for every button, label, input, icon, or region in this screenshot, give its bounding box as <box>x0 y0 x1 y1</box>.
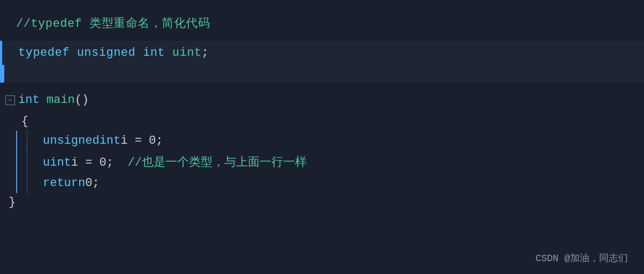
cursor-line <box>2 65 644 83</box>
body-line-2: uint i = 0; //也是一个类型，与上面一行一样 <box>0 151 644 173</box>
body1-unsigned: unsigned <box>43 134 100 147</box>
body-line-1: unsigned int i = 0; <box>0 131 644 151</box>
body1-rest: i = 0; <box>120 134 163 147</box>
typedef-alias: uint <box>172 46 202 60</box>
body3-return: return <box>43 176 85 190</box>
comment-text: //typedef 类型重命名，简化代码 <box>16 17 210 31</box>
typedef-kw-typedef: typedef <box>18 46 77 60</box>
dashed-line-1 <box>27 131 27 151</box>
close-brace-line: } <box>0 193 644 212</box>
code-area: //typedef 类型重命名，简化代码 typedef unsigned in… <box>0 0 644 274</box>
open-brace: { <box>21 115 28 128</box>
main-function-block: − int main() { unsigned int <box>0 88 644 212</box>
body3-rest: 0; <box>85 176 99 190</box>
typedef-kw-int: int <box>143 46 172 60</box>
comment-line: //typedef 类型重命名，简化代码 <box>0 11 644 35</box>
close-brace: } <box>9 196 16 209</box>
typedef-kw-unsigned: unsigned <box>77 46 143 60</box>
typedef-block: typedef unsigned int uint; <box>0 41 644 83</box>
body2-uint: uint <box>43 156 71 169</box>
editor-container: //typedef 类型重命名，简化代码 typedef unsigned in… <box>0 0 644 274</box>
main-int-keyword: int <box>18 93 40 107</box>
body2-rest: i = 0; <box>71 156 113 169</box>
main-signature-line: − int main() <box>0 88 644 112</box>
body2-comment: //也是一个类型，与上面一行一样 <box>113 154 307 170</box>
body-line-3: return 0; <box>0 173 644 193</box>
typedef-line: typedef unsigned int uint; <box>2 41 644 65</box>
collapse-button[interactable]: − <box>5 95 15 105</box>
main-sig-rest: main() <box>40 93 89 107</box>
main-block-inner: unsigned int i = 0; uint i = 0; //也是一个类型… <box>0 131 644 193</box>
watermark: CSDN @加油，同志们 <box>535 251 628 264</box>
open-brace-line: { <box>0 112 644 131</box>
dashed-line-2 <box>27 151 27 173</box>
body1-int: int <box>100 134 121 147</box>
dashed-line-3 <box>27 173 27 193</box>
typedef-semicolon: ; <box>202 46 209 60</box>
